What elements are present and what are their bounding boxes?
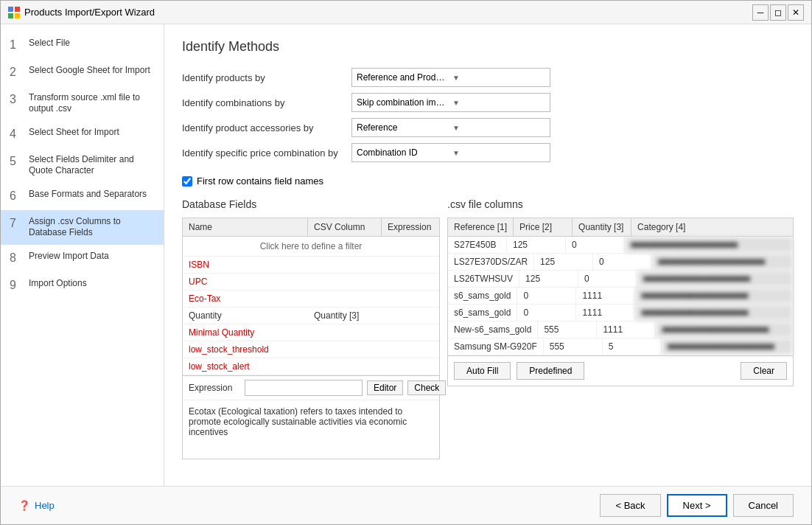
next-button[interactable]: Next > xyxy=(667,494,727,517)
db-list-row[interactable]: low_stock_alert xyxy=(183,358,439,375)
db-cell-name: Eco-Tax xyxy=(183,291,308,307)
help-link[interactable]: ❓ Help xyxy=(18,500,55,511)
identify-price-select[interactable]: Combination ID ▼ xyxy=(351,143,550,162)
sidebar-item-5[interactable]: 5 Select Fields Delimiter and Quote Char… xyxy=(1,148,164,183)
field-row-combinations: Identify combinations by Skip combinatio… xyxy=(182,93,794,112)
db-cell-expr xyxy=(382,257,439,273)
window-title: Products Import/Export Wizard xyxy=(24,7,155,18)
csv-data-cell: s6_sams_gold xyxy=(448,305,517,321)
sidebar-item-9[interactable]: 9 Import Options xyxy=(1,272,164,299)
csv-section: .csv file columns Reference [1] Price [2… xyxy=(447,198,794,386)
main-content: 1 Select File 2 Select Google Sheet for … xyxy=(1,24,811,486)
field-label-accessories: Identify product accessories by xyxy=(182,122,351,133)
sidebar-item-8[interactable]: 8 Preview Import Data xyxy=(1,245,164,272)
predefined-button[interactable]: Predefined xyxy=(517,362,584,380)
csv-data-row[interactable]: Samsung SM-G920F5555■■■■■■■■■■■■■■■■■■■■ xyxy=(448,338,793,355)
csv-data-cell: s6_sams_gold xyxy=(448,288,517,304)
sidebar-item-6[interactable]: 6 Base Formats and Separators xyxy=(1,183,164,210)
clear-button[interactable]: Clear xyxy=(741,362,787,380)
csv-data-cell: New-s6_sams_gold xyxy=(448,321,538,338)
filter-row[interactable]: Click here to define a filter xyxy=(183,237,439,257)
db-panel-header: Name CSV Column Expression xyxy=(183,218,439,237)
panels-container: Database Fields Name CSV Column Expressi… xyxy=(182,198,794,459)
csv-data-cell: 0 xyxy=(517,305,576,321)
sidebar-item-2[interactable]: 2 Select Google Sheet for Import xyxy=(1,59,164,86)
editor-button[interactable]: Editor xyxy=(367,380,403,395)
identify-products-select[interactable]: Reference and Product Name (recommended)… xyxy=(351,68,550,87)
page-title: Identify Methods xyxy=(182,39,794,55)
csv-data-cell-blurred: ■■■■■■■■■■■■■■■■■■■■ xyxy=(625,237,793,253)
cancel-button[interactable]: Cancel xyxy=(733,494,794,517)
field-row-price: Identify specific price combination by C… xyxy=(182,143,794,162)
identify-combinations-select[interactable]: Skip combination import ▼ xyxy=(351,93,550,112)
check-button[interactable]: Check xyxy=(407,380,446,395)
csv-data-row[interactable]: S27E450B1250■■■■■■■■■■■■■■■■■■■■ xyxy=(448,237,793,254)
db-list-row[interactable]: QuantityQuantity [3] xyxy=(183,307,439,324)
db-panel-title: Database Fields xyxy=(182,198,440,210)
db-cell-csv xyxy=(308,257,382,273)
identify-section: Identify products by Reference and Produ… xyxy=(182,68,794,162)
db-cell-csv xyxy=(308,358,382,375)
csv-data-cell: 125 xyxy=(519,271,578,287)
identify-accessories-select[interactable]: Reference ▼ xyxy=(351,118,550,137)
db-list-row[interactable]: Eco-Tax xyxy=(183,291,439,307)
db-list-row[interactable]: ISBN xyxy=(183,257,439,274)
csv-data-cell: 125 xyxy=(534,254,593,270)
field-row-accessories: Identify product accessories by Referenc… xyxy=(182,118,794,137)
expression-label: Expression xyxy=(189,383,240,393)
csv-data-row[interactable]: LS26TWHSUV1250■■■■■■■■■■■■■■■■■■■■ xyxy=(448,271,793,288)
chevron-down-icon: ▼ xyxy=(452,74,545,82)
csv-data-cell: 0 xyxy=(517,288,576,304)
svg-rect-0 xyxy=(8,7,13,12)
app-icon xyxy=(8,7,20,18)
csv-data-cell-blurred: ■■■■■■■■■■■■■■■■■■■■ xyxy=(662,338,793,355)
chevron-down-icon-3: ▼ xyxy=(452,124,545,132)
db-cell-csv xyxy=(308,291,382,307)
csv-data-row[interactable]: LS27E370DS/ZAR1250■■■■■■■■■■■■■■■■■■■■ xyxy=(448,254,793,271)
csv-panel: Reference [1] Price [2] Quantity [3] Cat… xyxy=(447,218,794,386)
db-cell-name: UPC xyxy=(183,274,308,290)
csv-bottom-buttons: Auto Fill Predefined Clear xyxy=(448,355,793,386)
csv-data-cell: 0 xyxy=(566,237,625,253)
db-list-row[interactable]: Minimal Quantity xyxy=(183,324,439,341)
sidebar: 1 Select File 2 Select Google Sheet for … xyxy=(1,24,164,486)
db-cell-expr xyxy=(382,274,439,290)
db-header-expr: Expression xyxy=(382,218,439,236)
svg-rect-3 xyxy=(15,13,20,18)
field-label-combinations: Identify combinations by xyxy=(182,97,351,108)
field-label-products: Identify products by xyxy=(182,72,351,83)
title-bar: Products Import/Export Wizard ─ ◻ ✕ xyxy=(1,1,811,24)
db-section: Database Fields Name CSV Column Expressi… xyxy=(182,198,440,459)
sidebar-item-4[interactable]: 4 Select Sheet for Import xyxy=(1,121,164,148)
db-list-row[interactable]: UPC xyxy=(183,274,439,291)
title-bar-left: Products Import/Export Wizard xyxy=(8,7,155,18)
csv-data-row[interactable]: New-s6_sams_gold5551111■■■■■■■■■■■■■■■■■… xyxy=(448,321,793,338)
db-cell-name: ISBN xyxy=(183,257,308,273)
expression-input[interactable] xyxy=(245,380,363,396)
minimize-button[interactable]: ─ xyxy=(752,4,769,21)
csv-data-cell: S27E450B xyxy=(448,237,507,253)
sidebar-item-7[interactable]: 7 Assign .csv Columns to Database Fields xyxy=(1,210,164,245)
first-row-checkbox[interactable] xyxy=(182,176,192,187)
csv-data-cell: 1111 xyxy=(597,321,656,338)
csv-data-row[interactable]: s6_sams_gold01111■■■■■■■■■■■■■■■■■■■■ xyxy=(448,305,793,321)
sidebar-item-1[interactable]: 1 Select File xyxy=(1,32,164,59)
csv-header-3: Quantity [3] xyxy=(573,218,631,236)
db-cell-expr xyxy=(382,324,439,341)
db-cell-expr xyxy=(382,307,439,324)
csv-header-2: Price [2] xyxy=(514,218,573,236)
db-list-row[interactable]: low_stock_threshold xyxy=(183,341,439,358)
title-bar-controls: ─ ◻ ✕ xyxy=(752,4,804,21)
csv-header-row: Reference [1] Price [2] Quantity [3] Cat… xyxy=(448,218,793,237)
auto-fill-button[interactable]: Auto Fill xyxy=(454,362,511,380)
csv-data-cell-blurred: ■■■■■■■■■■■■■■■■■■■■ xyxy=(652,254,793,270)
field-label-price: Identify specific price combination by xyxy=(182,147,351,159)
csv-data-cell-blurred: ■■■■■■■■■■■■■■■■■■■■ xyxy=(635,305,793,321)
db-list: ISBNUPCEco-TaxQuantityQuantity [3]Minima… xyxy=(183,257,439,375)
close-button[interactable]: ✕ xyxy=(788,4,804,21)
sidebar-item-3[interactable]: 3 Transform source .xml file to output .… xyxy=(1,86,164,121)
maximize-button[interactable]: ◻ xyxy=(770,4,786,21)
back-button[interactable]: < Back xyxy=(600,494,660,517)
csv-data-row[interactable]: s6_sams_gold01111■■■■■■■■■■■■■■■■■■■■ xyxy=(448,288,793,305)
csv-data-cell: 555 xyxy=(544,338,603,355)
